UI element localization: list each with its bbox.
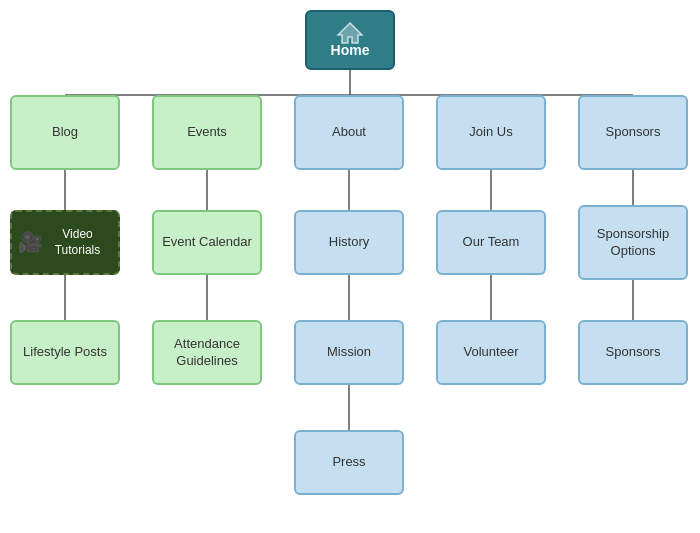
mission-node[interactable]: Mission — [294, 320, 404, 385]
press-label: Press — [332, 454, 365, 471]
volunteer-node[interactable]: Volunteer — [436, 320, 546, 385]
press-node[interactable]: Press — [294, 430, 404, 495]
sponsorship-options-node[interactable]: Sponsorship Options — [578, 205, 688, 280]
events-label: Events — [187, 124, 227, 141]
event-calendar-label: Event Calendar — [162, 234, 252, 251]
sponsors-label: Sponsors — [606, 124, 661, 141]
lifestyle-posts-node[interactable]: Lifestyle Posts — [10, 320, 120, 385]
home-icon: Home — [331, 21, 370, 59]
about-node[interactable]: About — [294, 95, 404, 170]
attendance-guidelines-label: Attendance Guidelines — [160, 336, 254, 370]
home-label: Home — [331, 41, 370, 59]
history-node[interactable]: History — [294, 210, 404, 275]
event-calendar-node[interactable]: Event Calendar — [152, 210, 262, 275]
lifestyle-posts-label: Lifestyle Posts — [23, 344, 107, 361]
sponsors-child-node[interactable]: Sponsors — [578, 320, 688, 385]
tree-container: Home Blog Events About Join Us Sponsors … — [0, 0, 700, 533]
svg-marker-23 — [338, 23, 362, 43]
blog-label: Blog — [52, 124, 78, 141]
our-team-node[interactable]: Our Team — [436, 210, 546, 275]
blog-node[interactable]: Blog — [10, 95, 120, 170]
sponsors-node[interactable]: Sponsors — [578, 95, 688, 170]
events-node[interactable]: Events — [152, 95, 262, 170]
video-icon: 🎥 — [18, 229, 43, 255]
joinus-node[interactable]: Join Us — [436, 95, 546, 170]
home-node[interactable]: Home — [305, 10, 395, 70]
about-label: About — [332, 124, 366, 141]
attendance-guidelines-node[interactable]: Attendance Guidelines — [152, 320, 262, 385]
mission-label: Mission — [327, 344, 371, 361]
history-label: History — [329, 234, 369, 251]
sponsorship-options-label: Sponsorship Options — [586, 226, 680, 260]
video-tutorials-label: Video Tutorials — [43, 227, 112, 258]
sponsors-child-label: Sponsors — [606, 344, 661, 361]
volunteer-label: Volunteer — [464, 344, 519, 361]
our-team-label: Our Team — [463, 234, 520, 251]
video-tutorials-node[interactable]: 🎥 Video Tutorials — [10, 210, 120, 275]
joinus-label: Join Us — [469, 124, 512, 141]
